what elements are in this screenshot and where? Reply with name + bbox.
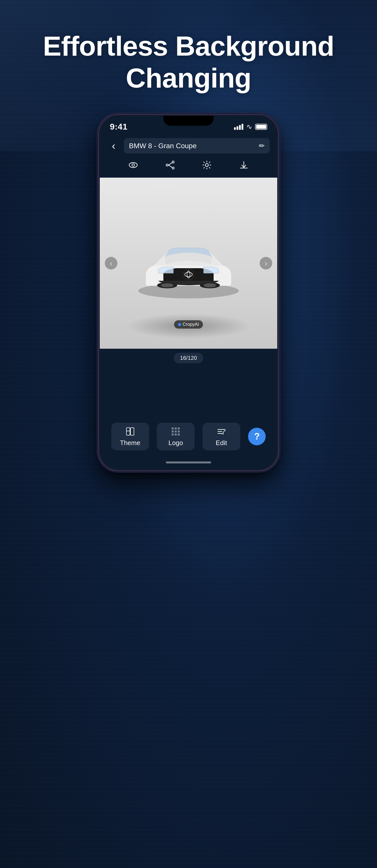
hero-title: Effortless Background Changing [43, 30, 334, 94]
edit-title-icon[interactable]: ✏︎ [259, 142, 265, 150]
battery-body [255, 124, 267, 130]
navigation-bar: ‹ BMW 8 - Gran Coupe ✏︎ [100, 134, 277, 157]
status-time: 9:41 [110, 122, 128, 132]
svg-point-7 [205, 163, 208, 166]
signal-bar-1 [234, 127, 236, 130]
svg-rect-21 [178, 428, 180, 430]
image-counter: 16/120 [174, 353, 203, 363]
svg-rect-16 [127, 428, 130, 435]
edit-icon [216, 427, 227, 436]
back-button[interactable]: ‹ [107, 140, 120, 152]
home-indicator [100, 458, 277, 469]
hero-title-line1: Effortless Background [43, 30, 334, 61]
download-icon[interactable] [239, 160, 249, 173]
phone-wrapper: 9:41 ∿ [91, 114, 286, 471]
battery-fill [256, 125, 266, 129]
bottom-area [100, 367, 277, 417]
signal-bar-4 [242, 124, 243, 130]
volume-down-button [98, 223, 98, 243]
wifi-icon: ∿ [246, 123, 252, 131]
watermark-text: CropyAI [182, 322, 199, 327]
svg-rect-26 [175, 434, 177, 435]
car-image-container: ‹ › CropyAI [100, 178, 277, 349]
svg-line-32 [223, 432, 224, 434]
svg-rect-25 [172, 434, 174, 435]
edit-button-box[interactable]: Edit [203, 423, 240, 451]
status-icons: ∿ [234, 123, 267, 131]
svg-rect-20 [175, 428, 177, 430]
logo-button-box[interactable]: Logo [157, 423, 195, 451]
signal-bars [234, 124, 243, 130]
signal-bar-2 [237, 126, 238, 130]
theme-button-box[interactable]: Theme [111, 423, 149, 451]
home-bar [166, 461, 211, 463]
svg-line-6 [168, 165, 172, 168]
car-image [123, 218, 254, 308]
next-image-button[interactable]: › [260, 257, 272, 270]
help-label: ? [254, 431, 260, 442]
bottom-toolbar: Theme [100, 417, 277, 458]
share-icon[interactable] [165, 160, 175, 173]
image-counter-section: 16/120 [100, 349, 277, 367]
svg-point-14 [161, 283, 173, 287]
hero-title-line2: Changing [126, 62, 251, 93]
edit-button[interactable]: Edit [203, 423, 240, 451]
silent-button [98, 170, 98, 184]
watermark: CropyAI [174, 320, 203, 329]
hero-section: Effortless Background Changing [43, 30, 334, 94]
signal-bar-3 [239, 125, 241, 130]
phone-screen: 9:41 ∿ [100, 116, 277, 469]
svg-rect-27 [178, 434, 180, 435]
watermark-dot [178, 323, 181, 326]
logo-button[interactable]: Logo [157, 423, 195, 451]
title-bar: BMW 8 - Gran Coupe ✏︎ [124, 138, 270, 153]
svg-point-1 [132, 164, 134, 166]
settings-icon[interactable] [202, 160, 212, 173]
theme-label: Theme [120, 439, 140, 447]
edit-label: Edit [216, 439, 227, 447]
eye-icon[interactable] [128, 160, 138, 173]
svg-rect-23 [175, 431, 177, 433]
svg-point-0 [129, 162, 137, 167]
volume-up-button [98, 195, 98, 215]
svg-rect-22 [172, 431, 174, 433]
logo-label: Logo [168, 439, 183, 447]
svg-point-4 [166, 164, 168, 166]
phone-frame: 9:41 ∿ [98, 114, 279, 471]
theme-icon [125, 427, 135, 436]
svg-line-31 [224, 430, 226, 432]
theme-button[interactable]: Theme [111, 423, 149, 451]
svg-point-15 [204, 283, 216, 287]
svg-rect-24 [178, 431, 180, 433]
logo-icon [171, 427, 181, 436]
battery-indicator [255, 124, 267, 130]
status-bar: 9:41 ∿ [100, 116, 277, 134]
tools-bar [100, 157, 277, 178]
svg-point-3 [172, 167, 174, 169]
prev-image-button[interactable]: ‹ [105, 257, 117, 270]
svg-rect-19 [172, 428, 174, 430]
notch [163, 116, 214, 126]
car-name-label: BMW 8 - Gran Coupe [129, 142, 197, 150]
svg-point-2 [172, 161, 174, 163]
svg-rect-17 [131, 428, 134, 435]
help-button[interactable]: ? [248, 428, 266, 445]
